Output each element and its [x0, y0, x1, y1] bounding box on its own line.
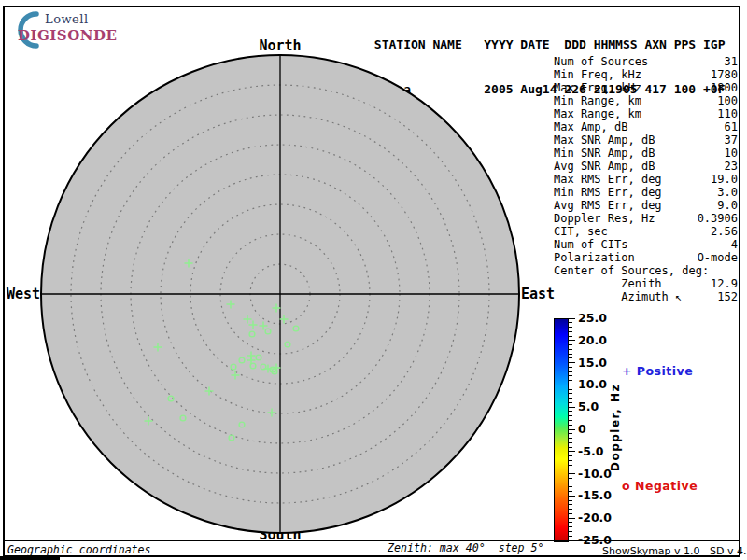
stat-value: 61 [725, 120, 738, 133]
colorbar-tick [569, 425, 572, 426]
stat-label: Min Freq, kHz [554, 68, 641, 81]
stat-value: 23 [725, 160, 738, 173]
stat-label: Max Range, km [554, 107, 641, 120]
colorbar-tick [569, 380, 572, 381]
bottom-corner-strip [0, 556, 60, 560]
stat-label: Num of Sources [554, 55, 648, 68]
stat-label: CIT, sec [554, 225, 608, 238]
stat-value: 12.9 [711, 277, 738, 290]
colorbar-tick [569, 420, 572, 421]
stat-label: Max RMS Err, deg [554, 173, 662, 186]
stat-row: Center of Sources, deg: [554, 264, 738, 277]
legend-negative: o Negative [622, 479, 698, 493]
stat-value: 0.3906 [698, 212, 738, 225]
colorbar-tick [569, 486, 572, 487]
colorbar-tick [569, 398, 572, 399]
compass-east-label: East [521, 286, 555, 302]
stat-row: Max Amp, dB61 [554, 120, 738, 133]
colorbar-tick [569, 447, 572, 448]
colorbar-tick [569, 429, 575, 430]
colorbar-tick [569, 483, 572, 483]
coordinates-caption: Geographic coordinates [7, 543, 151, 556]
stat-row: Num of Sources31 [554, 55, 738, 68]
stat-row: Avg SNR Amp, dB23 [554, 160, 738, 173]
stat-row: Min RMS Err, deg3.0 [554, 186, 738, 199]
compass-west-label: West [2, 286, 40, 302]
colorbar-tick-label: 5.0 [578, 400, 599, 413]
stat-label: Doppler Res, Hz [554, 212, 655, 225]
stat-row: Num of CITs4 [554, 238, 738, 251]
stat-row: Min Range, km100 [554, 94, 738, 107]
colorbar-title: Doppler, Hz [609, 362, 622, 493]
colorbar-tick [569, 357, 572, 358]
colorbar-tick [569, 513, 572, 514]
colorbar-tick [569, 504, 572, 505]
stat-value: 37 [725, 133, 738, 147]
stat-label: Avg SNR Amp, dB [554, 160, 655, 173]
colorbar-tick [569, 442, 572, 443]
stat-value: 31 [725, 55, 738, 68]
stat-value: 110 [717, 107, 738, 120]
stat-row: Avg RMS Err, deg9.0 [554, 199, 738, 212]
colorbar-tick [569, 354, 572, 355]
colorbar-tick [569, 518, 575, 519]
colorbar-tick-label: -10.0 [578, 468, 612, 481]
colorbar-tick-label: -5.0 [578, 445, 603, 458]
colorbar-tick [569, 415, 572, 416]
colorbar-tick [569, 496, 575, 497]
colorbar-tick [569, 455, 572, 456]
colorbar-tick [569, 531, 572, 532]
stat-label: Zenith [554, 277, 662, 290]
colorbar-tick [569, 509, 572, 510]
stat-row: Min SNR Amp, dB10 [554, 147, 738, 160]
logo-product-name: DIGISONDE [18, 27, 117, 44]
stat-value: 152 [717, 290, 738, 303]
colorbar-tick [569, 491, 572, 492]
logo-company-name: Lowell [45, 12, 89, 26]
stat-value: 2.56 [711, 225, 738, 238]
stat-row: Max SNR Amp, dB37 [554, 133, 738, 147]
stat-label: Max Amp, dB [554, 120, 627, 133]
colorbar-tick [569, 433, 572, 434]
colorbar-tick [569, 526, 572, 527]
colorbar-tick [569, 349, 572, 350]
stat-label: Center of Sources, deg: [554, 264, 709, 277]
colorbar-tick-label: 15.0 [578, 357, 607, 370]
stat-label: Min Range, km [554, 94, 641, 107]
stat-value: 1780 [711, 68, 738, 81]
stat-value: O-mode [698, 251, 738, 264]
stat-value: 9.0 [717, 199, 738, 212]
measurement-stats-panel: Num of Sources31Min Freq, kHz1780Max Fre… [554, 55, 738, 303]
colorbar-tick [569, 331, 572, 332]
stat-value: 19.0 [711, 173, 738, 186]
colorbar-tick [569, 451, 575, 452]
colorbar-tick [569, 385, 575, 385]
version-caption: ShowSkymap v 1.0 SD v 4.2 [602, 545, 747, 557]
stat-value: 1800 [711, 81, 738, 94]
colorbar-tick [569, 536, 572, 537]
stat-label: Max Freq, kHz [554, 81, 641, 94]
colorbar-tick [569, 327, 572, 328]
stat-value: 10 [725, 147, 738, 160]
stat-label: Polarization [554, 251, 635, 264]
colorbar-tick [569, 362, 575, 363]
stat-label: Num of CITs [554, 238, 627, 251]
colorbar-tick [569, 460, 572, 461]
colorbar-tick [569, 393, 572, 394]
colorbar-tick-label: 20.0 [578, 334, 607, 347]
stat-row: Max Freq, kHz1800 [554, 81, 738, 94]
colorbar-tick [569, 500, 572, 501]
stat-row: Min Freq, kHz1780 [554, 68, 738, 81]
zenith-scale-caption: Zenith: max 40° step 5° [388, 541, 544, 554]
stat-value: 3.0 [717, 186, 738, 199]
colorbar-tick [569, 375, 572, 376]
colorbar-tick [569, 438, 572, 439]
colorbar-tick [569, 371, 572, 372]
colorbar-tick-label: 25.0 [578, 312, 607, 325]
colorbar-tick [569, 336, 572, 337]
colorbar-tick [569, 322, 572, 323]
stat-label: Min RMS Err, deg [554, 186, 662, 199]
colorbar-tick [569, 522, 572, 523]
station-header-columns: STATION NAME YYYY DATE DDD HHMMSS AXN PP… [367, 37, 726, 52]
colorbar-ticks [569, 318, 576, 542]
